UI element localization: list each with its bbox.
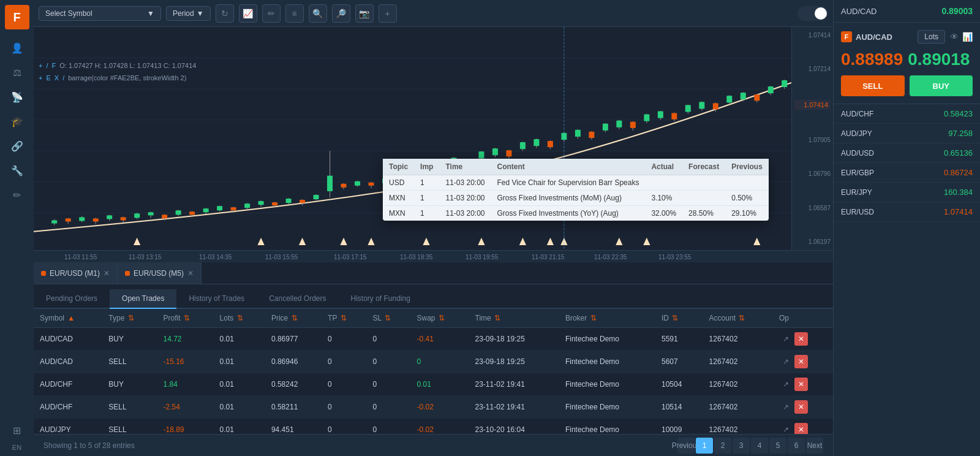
news-topic: MXN bbox=[383, 206, 414, 221]
pagination-prev[interactable]: Previous bbox=[677, 438, 695, 454]
logo-button[interactable]: F bbox=[5, 5, 29, 29]
rp-chart-icon[interactable]: 📊 bbox=[962, 32, 973, 42]
svg-text:11-03 18:35: 11-03 18:35 bbox=[400, 254, 433, 260]
news-marker-9[interactable] bbox=[547, 238, 554, 245]
trades-panel: Pending Orders Open Trades History of Tr… bbox=[34, 284, 833, 456]
news-marker-11[interactable] bbox=[616, 238, 622, 245]
sidebar-icon-signal[interactable]: 📡 bbox=[6, 86, 28, 108]
chart-tab-label-1: EUR/USD (M1) bbox=[50, 269, 100, 278]
chart-tab-eurusd-m5[interactable]: EUR/USD (M5) ✕ bbox=[118, 262, 202, 284]
sidebar-icon-grid[interactable]: ⊞ bbox=[6, 419, 28, 441]
tab-open-trades[interactable]: Open Trades bbox=[110, 289, 176, 309]
cell-sl: 0 bbox=[366, 396, 410, 419]
news-marker-5[interactable] bbox=[368, 238, 374, 245]
menu-button[interactable]: ≡ bbox=[285, 4, 304, 23]
news-previous: 29.10% bbox=[725, 206, 769, 221]
tab-pending-orders[interactable]: Pending Orders bbox=[34, 289, 110, 309]
svg-text:11-03 19:55: 11-03 19:55 bbox=[466, 254, 499, 260]
tab-cancelled-orders[interactable]: Cancelled Orders bbox=[257, 289, 338, 309]
cell-op: ↗ ✕ bbox=[773, 419, 833, 435]
sidebar-icon-education[interactable]: 🎓 bbox=[6, 110, 28, 132]
col-header-broker[interactable]: Broker ⇅ bbox=[559, 309, 655, 328]
col-header-profit[interactable]: Profit ⇅ bbox=[157, 309, 214, 328]
news-marker-8[interactable] bbox=[519, 238, 526, 245]
news-marker-13[interactable] bbox=[753, 238, 760, 245]
news-marker-3[interactable] bbox=[299, 238, 306, 245]
edit-button-2[interactable]: ↗ bbox=[779, 378, 793, 391]
pagination-page-5[interactable]: 5 bbox=[769, 438, 786, 454]
rp-eye-icon[interactable]: 👁 bbox=[950, 32, 959, 42]
line-chart-button[interactable]: 📈 bbox=[239, 4, 257, 23]
news-marker-7[interactable] bbox=[478, 238, 484, 245]
col-header-type[interactable]: Type ⇅ bbox=[102, 309, 157, 328]
col-header-swap[interactable]: Swap ⇅ bbox=[411, 309, 469, 328]
news-marker-12[interactable] bbox=[643, 238, 650, 245]
pagination-page-6[interactable]: 6 bbox=[788, 438, 805, 454]
price-level-4: 1.06796 bbox=[794, 170, 831, 177]
pagination-page-3[interactable]: 3 bbox=[733, 438, 750, 454]
edit-button-3[interactable]: ↗ bbox=[779, 400, 793, 414]
close-trade-button-2[interactable]: ✕ bbox=[794, 378, 808, 391]
price-level-6: 1.06197 bbox=[794, 238, 831, 245]
period-select[interactable]: Period ▼ bbox=[166, 6, 211, 21]
pagination-page-4[interactable]: 4 bbox=[751, 438, 768, 454]
tab-history-of-trades[interactable]: History of Trades bbox=[176, 289, 257, 309]
sidebar-icon-draw[interactable]: ✏ bbox=[6, 184, 28, 206]
edit-button-0[interactable]: ↗ bbox=[779, 332, 793, 346]
col-header-lots[interactable]: Lots ⇅ bbox=[214, 309, 265, 328]
news-marker-6[interactable] bbox=[423, 238, 429, 245]
edit-button-1[interactable]: ↗ bbox=[779, 355, 793, 368]
col-time: Time bbox=[439, 159, 491, 175]
col-header-sl[interactable]: SL ⇅ bbox=[366, 309, 410, 328]
sell-button[interactable]: SELL bbox=[841, 75, 905, 96]
pagination-page-1[interactable]: 1 bbox=[696, 438, 713, 454]
col-header-account[interactable]: Account ⇅ bbox=[703, 309, 773, 328]
pagination-next[interactable]: Next bbox=[806, 438, 823, 454]
col-header-price[interactable]: Price ⇅ bbox=[265, 309, 322, 328]
market-pair-price: 1.07414 bbox=[944, 207, 973, 216]
pencil-button[interactable]: ✏ bbox=[262, 4, 281, 23]
tab-history-of-funding[interactable]: History of Funding bbox=[339, 289, 423, 309]
chart-tab-close-2[interactable]: ✕ bbox=[187, 269, 194, 278]
pagination-page-2[interactable]: 2 bbox=[714, 438, 731, 454]
market-item[interactable]: EUR/GBP 0.86724 bbox=[834, 163, 980, 183]
symbol-select[interactable]: Select Symbol ▼ bbox=[39, 6, 161, 21]
rp-lots-button[interactable]: Lots bbox=[918, 30, 945, 44]
col-header-tp[interactable]: TP ⇅ bbox=[322, 309, 366, 328]
refresh-button[interactable]: ↻ bbox=[216, 4, 234, 23]
sidebar-icon-tools[interactable]: 🔧 bbox=[6, 159, 28, 181]
sidebar-icon-balance[interactable]: ⚖ bbox=[6, 61, 28, 83]
market-item[interactable]: EUR/USD 1.07414 bbox=[834, 202, 980, 222]
col-header-symbol[interactable]: Symbol ▲ bbox=[34, 309, 102, 328]
market-item[interactable]: AUD/JPY 97.258 bbox=[834, 124, 980, 143]
cell-time: 23-11-02 19:41 bbox=[469, 373, 559, 396]
close-trade-button-0[interactable]: ✕ bbox=[794, 332, 808, 346]
zoom-in-button[interactable]: 🔎 bbox=[332, 4, 350, 23]
close-trade-button-3[interactable]: ✕ bbox=[794, 400, 808, 414]
add-button[interactable]: + bbox=[379, 4, 397, 23]
cell-tp: 0 bbox=[322, 396, 366, 419]
chart-tab-eurusd-m1[interactable]: EUR/USD (M1) ✕ bbox=[34, 262, 118, 284]
close-trade-button-4[interactable]: ✕ bbox=[794, 423, 808, 434]
zoom-out-button[interactable]: 🔍 bbox=[309, 4, 327, 23]
col-header-time[interactable]: Time ⇅ bbox=[469, 309, 559, 328]
sidebar-icon-user[interactable]: 👤 bbox=[6, 37, 28, 59]
news-marker-2[interactable] bbox=[257, 238, 264, 245]
svg-rect-53 bbox=[369, 183, 374, 186]
news-marker-4[interactable] bbox=[340, 238, 347, 245]
toolbar: Select Symbol ▼ Period ▼ ↻ 📈 ✏ ≡ 🔍 🔎 📷 + bbox=[34, 0, 833, 27]
view-toggle[interactable] bbox=[797, 6, 828, 21]
col-header-id[interactable]: ID ⇅ bbox=[655, 309, 703, 328]
news-marker-1[interactable] bbox=[134, 238, 140, 245]
cell-type: BUY bbox=[102, 328, 157, 351]
chart-tab-close-1[interactable]: ✕ bbox=[104, 269, 110, 278]
market-item[interactable]: EUR/JPY 160.384 bbox=[834, 183, 980, 202]
buy-button[interactable]: BUY bbox=[910, 75, 973, 96]
sidebar-icon-plugin[interactable]: 🔗 bbox=[6, 135, 28, 157]
market-item[interactable]: AUD/USD 0.65136 bbox=[834, 143, 980, 163]
market-item[interactable]: AUD/CHF 0.58423 bbox=[834, 104, 980, 124]
market-pair-name: EUR/GBP bbox=[841, 169, 874, 177]
close-trade-button-1[interactable]: ✕ bbox=[794, 355, 808, 368]
camera-button[interactable]: 📷 bbox=[355, 4, 374, 23]
edit-button-4[interactable]: ↗ bbox=[779, 423, 793, 434]
